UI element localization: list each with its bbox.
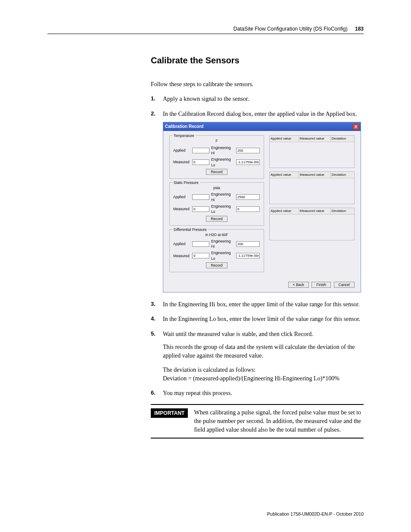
eng-hi-label: Engineering Hi xyxy=(211,145,234,156)
record-button[interactable]: Record xyxy=(206,262,227,268)
step-5-text: Wait until the measured value is stable,… xyxy=(163,331,313,337)
applied-label: Applied xyxy=(173,194,190,199)
group-temperature: Temperature F Applied Engineering Hi Mea… xyxy=(169,135,264,179)
applied-label: Applied xyxy=(173,241,190,246)
cancel-button[interactable]: Cancel xyxy=(334,282,355,288)
group-label: Static Pressure xyxy=(172,180,200,185)
result-table-temperature: Applied value Measured value Deviation xyxy=(269,135,355,168)
measured-label: Measured xyxy=(173,253,190,258)
back-button[interactable]: < Back xyxy=(288,282,309,288)
step-5: Wait until the measured value is stable,… xyxy=(151,330,364,383)
col-applied: Applied value xyxy=(270,172,299,178)
step-3: In the Engineering Hi box, enter the upp… xyxy=(151,300,364,309)
eng-hi-input[interactable] xyxy=(236,241,260,247)
step-2: In the Calibration Record dialog box, en… xyxy=(151,110,364,293)
calibration-record-dialog: Calibration Record X Temperature F Appli… xyxy=(163,122,361,292)
dialog-titlebar: Calibration Record X xyxy=(163,122,361,131)
applied-input[interactable] xyxy=(192,194,209,200)
step-1: Apply a known signal to the sensor. xyxy=(151,95,364,103)
col-measured: Measured value xyxy=(299,208,331,214)
measured-input[interactable] xyxy=(192,159,209,165)
result-table-static: Applied value Measured value Deviation xyxy=(269,171,355,204)
measured-input[interactable] xyxy=(192,253,209,258)
eng-lo-label: Engineering Lo xyxy=(211,157,234,168)
result-table-differential: Applied value Measured value Deviation xyxy=(269,208,355,240)
important-text: When calibrating a pulse signal, the for… xyxy=(194,408,364,435)
step-4: In the Engineering Lo box, enter the low… xyxy=(151,315,364,324)
eng-hi-input[interactable] xyxy=(236,194,260,200)
step-5b-text: The deviation is calculated as follows: xyxy=(163,366,364,374)
close-icon[interactable]: X xyxy=(353,124,359,130)
step-2-text: In the Calibration Record dialog box, en… xyxy=(163,111,357,117)
important-block: IMPORTANT When calibrating a pulse signa… xyxy=(151,404,364,439)
eng-hi-label: Engineering Hi xyxy=(211,192,234,202)
col-measured: Measured value xyxy=(299,172,331,178)
dialog-title-text: Calibration Record xyxy=(165,124,203,130)
publication-footer: Publication 1758-UM002D-EN-P - October 2… xyxy=(267,511,364,516)
group-label: Differential Pressure xyxy=(172,227,208,232)
col-deviation: Deviation xyxy=(331,136,354,142)
eng-lo-label: Engineering Lo xyxy=(211,250,234,261)
applied-input[interactable] xyxy=(192,241,209,247)
intro-paragraph: Follow these steps to calibrate the sens… xyxy=(151,80,364,89)
finish-button[interactable]: Finish xyxy=(311,282,331,288)
eng-hi-input[interactable] xyxy=(236,148,260,153)
applied-label: Applied xyxy=(173,148,190,153)
step-5c-text: Deviation = (measured-applied)/(Engineer… xyxy=(163,374,364,383)
col-measured: Measured value xyxy=(299,136,331,142)
eng-lo-input[interactable] xyxy=(236,206,260,212)
header-title: DataSite Flow Configuration Utility (DS … xyxy=(234,26,348,32)
group-label: Temperature xyxy=(172,133,196,138)
unit-label: psia xyxy=(173,185,260,190)
group-differential-pressure: Differential Pressure in H2O at 60F Appl… xyxy=(169,229,264,273)
record-button[interactable]: Record xyxy=(206,216,227,222)
page-number: 183 xyxy=(355,26,364,32)
record-button[interactable]: Record xyxy=(206,169,227,175)
measured-input[interactable] xyxy=(192,206,209,212)
col-applied: Applied value xyxy=(270,208,299,214)
eng-lo-label: Engineering Lo xyxy=(211,204,234,215)
measured-label: Measured xyxy=(173,206,190,212)
step-5a-text: This records the group of data and the s… xyxy=(163,343,364,361)
unit-label: F xyxy=(173,138,260,143)
eng-hi-label: Engineering Hi xyxy=(211,239,234,249)
section-heading: Calibrate the Sensors xyxy=(151,56,364,65)
col-applied: Applied value xyxy=(270,136,299,142)
important-tag: IMPORTANT xyxy=(151,408,188,418)
applied-input[interactable] xyxy=(192,148,209,153)
eng-lo-input[interactable] xyxy=(236,159,260,165)
unit-label: in H2O at 60F xyxy=(173,232,260,237)
col-deviation: Deviation xyxy=(331,172,354,178)
col-deviation: Deviation xyxy=(331,208,354,214)
eng-lo-input[interactable] xyxy=(236,253,260,258)
group-static-pressure: Static Pressure psia Applied Engineering… xyxy=(169,182,264,226)
step-6: You may repeat this process. xyxy=(151,389,364,398)
page-header: DataSite Flow Configuration Utility (DS … xyxy=(47,26,364,34)
measured-label: Measured xyxy=(173,159,190,165)
